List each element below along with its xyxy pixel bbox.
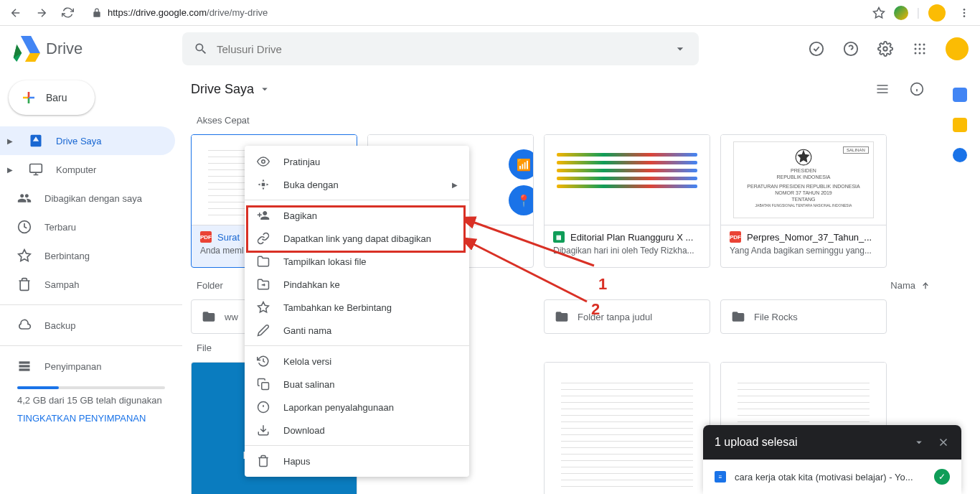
toast-header: 1 upload selesai [703,425,961,460]
svg-point-13 [919,52,921,55]
ctx-show-location[interactable]: Tampilkan lokasi file [245,250,469,273]
tasks-addon-icon[interactable] [953,148,967,162]
calendar-addon-icon[interactable] [953,88,967,102]
browser-chrome: https://drive.google.com/drive/my-drive … [0,0,980,26]
ctx-share[interactable]: Bagikan [245,204,469,227]
browser-profile-avatar[interactable] [928,4,946,22]
back-button[interactable] [6,3,26,23]
folder-name: ww [225,312,238,322]
apps-grid-icon[interactable] [905,34,934,63]
open-with-icon [256,178,270,191]
ctx-remove[interactable]: Hapus [245,449,469,472]
ctx-open-with[interactable]: Buka dengan▶ [245,173,469,196]
breadcrumb[interactable]: Drive Saya [191,82,271,97]
browser-menu-button[interactable] [954,3,974,23]
annotation-number-1: 1 [598,275,607,294]
quick-subtitle: Yang Anda bagikan seminggu yang... [730,246,877,256]
chevron-down-icon [258,83,271,95]
quick-title: Surat [217,232,240,243]
pdf-icon: PDF [200,231,212,243]
url-text: https://drive.google.com/drive/my-drive [108,7,268,18]
ctx-make-copy[interactable]: Buat salinan [245,373,469,396]
annotation-arrow-2 [465,237,594,309]
link-icon [256,232,270,245]
alert-icon [256,401,270,414]
ctx-download[interactable]: Download [245,419,469,442]
toast-upload-item[interactable]: ≡ cara kerja otak kita (motivasi belajar… [703,460,961,494]
extension-icon[interactable] [894,6,908,20]
search-input[interactable] [217,43,664,55]
svg-point-10 [919,48,921,50]
offline-ready-icon[interactable] [802,34,831,63]
ctx-add-star[interactable]: Tambahkan ke Berbintang [245,296,469,319]
move-to-icon [256,278,270,291]
svg-point-8 [923,44,925,46]
close-toast-button[interactable] [937,436,950,449]
sidebar-item-starred[interactable]: Berbintang [0,241,175,270]
sidebar-item-recent[interactable]: Terbaru [0,213,175,241]
sidebar-item-label: Drive Saya [56,136,102,146]
keep-addon-icon[interactable] [953,118,967,132]
ctx-get-link[interactable]: Dapatkan link yang dapat dibagikan [245,227,469,250]
list-view-icon[interactable] [868,75,897,103]
breadcrumb-label: Drive Saya [191,82,254,97]
search-dropdown-icon[interactable] [673,42,687,56]
storage-text: 4,2 GB dari 15 GB telah digunakan [17,395,165,406]
search-icon [194,42,208,56]
context-menu: Pratinjau Buka dengan▶ Bagikan Dapatkan … [245,146,469,477]
shared-icon [17,191,32,205]
svg-point-12 [915,52,917,55]
pdf-icon: PDF [730,231,741,243]
folder-name: Folder tanpa judul [578,312,652,322]
ctx-manage-versions[interactable]: Kelola versi [245,350,469,373]
svg-point-2 [963,15,966,17]
sort-column[interactable]: Nama [890,279,931,291]
sort-label: Nama [890,280,915,291]
forward-button[interactable] [32,3,52,23]
sidebar-item-shared[interactable]: Dibagikan dengan saya [0,184,175,213]
sidebar-item-label: Komputer [56,164,96,175]
folder-outline-icon [256,255,270,268]
help-icon[interactable] [837,34,865,63]
lock-icon [92,8,102,18]
upgrade-storage-link[interactable]: TINGKATKAN PENYIMPANAN [17,413,165,424]
storage-meter: 4,2 GB dari 15 GB telah digunakan TINGKA… [0,381,182,429]
svg-point-1 [963,11,966,14]
sidebar-item-trash[interactable]: Sampah [0,270,175,299]
copy-icon [256,378,270,391]
ctx-rename[interactable]: Ganti nama [245,319,469,342]
bookmark-star-icon[interactable] [872,6,885,19]
address-bar[interactable]: https://drive.google.com/drive/my-drive [83,3,867,23]
settings-gear-icon[interactable] [871,34,900,63]
collapse-toast-button[interactable] [913,436,925,449]
docs-icon: ≡ [715,471,726,483]
account-avatar[interactable] [946,37,969,60]
quick-card[interactable]: SALINAN PRESIDEN REPUBLIK INDONESIA PERA… [720,134,887,268]
quick-access-label: Akses Cepat [197,115,931,126]
eye-icon [256,155,270,168]
folder-card[interactable]: File Rocks [720,299,887,334]
sidebar-item-computers[interactable]: ▶ Komputer [0,155,175,184]
reload-button[interactable] [57,3,77,23]
new-button[interactable]: Baru [9,80,95,115]
trash-outline-icon [256,455,270,467]
svg-rect-18 [19,365,30,367]
chevron-right-icon: ▶ [452,181,458,189]
ctx-report-abuse[interactable]: Laporkan penyalahgunaan [245,396,469,419]
file-card[interactable] [544,362,710,494]
wifi-icon: 📶 [509,149,533,180]
sidebar-item-label: Penyimpanan [44,361,102,372]
clock-icon [17,220,32,234]
star-outline-icon [256,301,270,314]
search-bar[interactable] [182,32,699,65]
sidebar-item-storage[interactable]: Penyimpanan [0,352,175,381]
svg-rect-19 [19,368,30,370]
ctx-move-to[interactable]: Pindahkan ke [245,273,469,296]
info-icon[interactable] [903,75,931,103]
sidebar-item-my-drive[interactable]: ▶ Drive Saya [0,126,175,155]
pencil-icon [256,324,270,337]
location-pin-icon: 📍 [509,185,533,215]
ctx-preview[interactable]: Pratinjau [245,150,469,173]
sidebar-item-backup[interactable]: Backup [0,311,175,340]
garuda-emblem-icon [794,148,813,167]
